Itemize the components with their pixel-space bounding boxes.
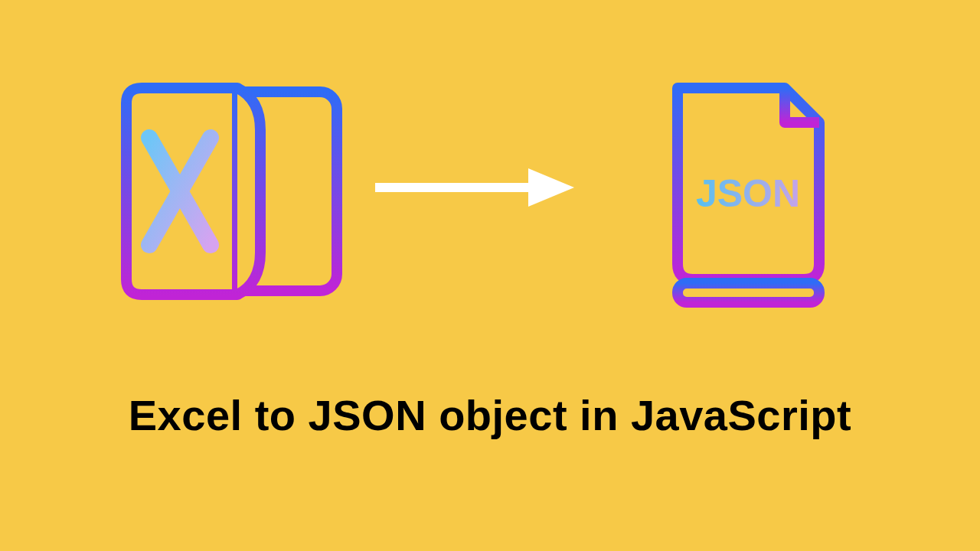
json-file-icon: JSON <box>651 80 842 310</box>
json-file-label: JSON <box>696 172 800 215</box>
page-title: Excel to JSON object in JavaScript <box>0 390 980 440</box>
svg-rect-19 <box>678 283 819 302</box>
excel-file-icon <box>107 69 352 314</box>
arrow-right-icon <box>375 165 574 210</box>
svg-marker-18 <box>528 168 574 207</box>
